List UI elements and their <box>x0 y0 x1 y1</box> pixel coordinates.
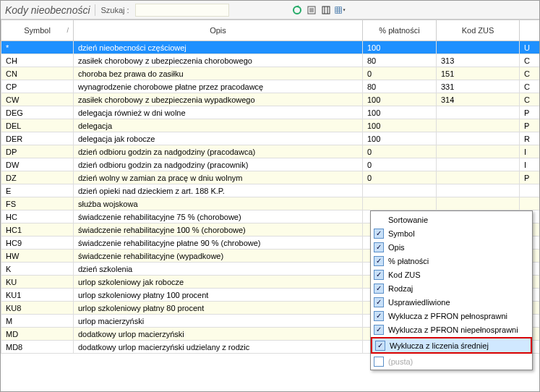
ctx-menu-label: Wyklucza z liczenia średniej <box>390 341 489 350</box>
cell-sym: K <box>1 263 74 276</box>
refresh-icon[interactable] <box>291 4 304 17</box>
ctx-menu-item[interactable]: ✓Usprawiedliwione <box>371 295 532 309</box>
ctx-menu-item[interactable]: ✓Kod ZUS <box>371 268 532 281</box>
table-header-row: Symbol/ Opis % płatności Kod ZUS <box>1 20 541 41</box>
cell-opis: urlop szkoleniowy płatny 80 procent <box>74 302 363 315</box>
ctx-menu-label: Rodzaj <box>388 284 413 293</box>
ctx-menu-item[interactable]: ✓Wyklucza z liczenia średniej <box>372 338 531 352</box>
ctx-menu-item[interactable]: ✓Rodzaj <box>371 281 532 295</box>
cell-opis: urlop macierzyński <box>74 315 363 328</box>
cell-ex: I <box>520 158 541 171</box>
cell-ex: C <box>520 80 541 93</box>
cell-opis: świadczenie rehabilitacyjne 100 % (choro… <box>74 223 363 237</box>
cell-sym: CN <box>1 67 74 80</box>
cell-sym: CH <box>1 54 74 67</box>
cell-sym: CP <box>1 80 74 93</box>
cell-plat: 0 <box>363 145 437 158</box>
cell-plat: 100 <box>363 93 437 106</box>
view-dropdown-icon[interactable] <box>334 4 347 17</box>
table-row[interactable]: Edzień opieki nad dzieckiem z art. 188 K… <box>1 184 541 197</box>
ctx-menu-item[interactable]: ✓Wyklucza z PFRON pełnosprawni <box>371 309 532 323</box>
cell-sym: DEL <box>1 119 74 132</box>
ctx-menu-item[interactable]: ✓% płatności <box>371 254 532 268</box>
cell-sym: HC <box>1 210 74 223</box>
checkbox-icon: ✓ <box>374 256 384 266</box>
table-row[interactable]: CHzasiłek chorobowy z ubezpieczenia chor… <box>1 54 541 67</box>
svg-rect-2 <box>322 7 330 14</box>
cell-zus: 151 <box>437 67 520 80</box>
cell-plat: 0 <box>363 158 437 171</box>
cell-plat: 80 <box>363 54 437 67</box>
cell-sym: DP <box>1 145 74 158</box>
cell-sym: DEG <box>1 106 74 119</box>
cell-sym: KU1 <box>1 289 74 302</box>
ctx-menu-item[interactable]: ✓Wyklucza z PFRON niepełnosprawni <box>371 323 532 336</box>
toolbar: Kody nieobecności Szukaj : <box>1 1 539 20</box>
table-row[interactable]: DPdzień odbioru godzin za nadgodziny (pr… <box>1 145 541 158</box>
cell-plat: 100 <box>363 132 437 145</box>
columns-icon[interactable] <box>320 4 333 17</box>
cell-ex: P <box>520 119 541 132</box>
table-row[interactable]: DZdzień wolny w zamian za pracę w dniu w… <box>1 171 541 184</box>
cell-zus <box>437 132 520 145</box>
ctx-menu-label: Symbol <box>388 229 415 238</box>
cell-sym: M <box>1 315 74 328</box>
col-header-zus[interactable]: Kod ZUS <box>437 20 520 41</box>
table-row[interactable]: DERdelegacja jak robocze100R <box>1 132 541 145</box>
checkbox-icon: ✓ <box>374 229 384 239</box>
col-header-platnosci[interactable]: % płatności <box>363 20 437 41</box>
cell-opis: delegacja jak robocze <box>74 132 363 145</box>
table-row[interactable]: CPwynagrodzenie chorobowe płatne przez p… <box>1 80 541 93</box>
cell-plat: 100 <box>363 119 437 132</box>
col-header-extra[interactable] <box>520 20 541 41</box>
cell-zus <box>437 145 520 158</box>
cell-sym: * <box>1 41 74 54</box>
checkbox-icon: ✓ <box>374 270 384 280</box>
table-row[interactable]: CWzasiłek chorobowy z ubezpieczenia wypa… <box>1 93 541 106</box>
cell-sym: HC9 <box>1 237 74 250</box>
cell-zus <box>437 106 520 119</box>
table-row[interactable]: DELdelegacja100P <box>1 119 541 132</box>
cell-ex <box>520 197 541 210</box>
checkbox-icon: ✓ <box>375 341 385 351</box>
table-row[interactable]: DWdzień odbioru godzin za nadgodziny (pr… <box>1 158 541 171</box>
search-input[interactable] <box>135 4 229 17</box>
tool1-icon[interactable] <box>305 4 318 17</box>
ctx-menu-item[interactable]: ✓Symbol <box>371 226 532 240</box>
cell-sym: FS <box>1 197 74 210</box>
ctx-menu-label: Wyklucza z PFRON pełnosprawni <box>388 312 507 320</box>
cell-ex: C <box>520 54 541 67</box>
sort-indicator-icon: / <box>67 27 69 34</box>
cell-sym: DW <box>1 158 74 171</box>
cell-zus: 331 <box>437 80 520 93</box>
col-header-symbol[interactable]: Symbol/ <box>1 20 74 41</box>
cell-ex: U <box>520 41 541 54</box>
cell-opis: świadczenie rehabilitacyjne (wypadkowe) <box>74 250 363 263</box>
cell-opis: dzień nieobecności częściowej <box>74 41 363 54</box>
cell-sym: MD8 <box>1 341 74 354</box>
cell-sym: CW <box>1 93 74 106</box>
cell-opis: dodatkowy urlop macierzyński <box>74 328 363 341</box>
cell-zus <box>437 197 520 210</box>
checkbox-icon: ✓ <box>374 242 384 252</box>
cell-sym: HW <box>1 250 74 263</box>
table-row[interactable]: CNchoroba bez prawa do zasiłku0151C <box>1 67 541 80</box>
page-title: Kody nieobecności <box>5 4 95 16</box>
cell-sym: DER <box>1 132 74 145</box>
checkbox-icon: ✓ <box>374 297 384 307</box>
ctx-menu-item: (pusta) <box>371 354 532 368</box>
svg-point-0 <box>293 7 301 14</box>
ctx-menu-item[interactable]: ✓Opis <box>371 240 532 254</box>
ctx-menu-item[interactable]: Sortowanie <box>371 213 532 226</box>
cell-zus <box>437 119 520 132</box>
table-row[interactable]: DEGdelegacja również w dni wolne100P <box>1 106 541 119</box>
table-row[interactable]: *dzień nieobecności częściowej100U <box>1 41 541 54</box>
ctx-menu-label: Sortowanie <box>388 216 428 224</box>
checkbox-icon <box>374 357 384 367</box>
cell-sym: KU <box>1 276 74 289</box>
cell-sym: E <box>1 184 74 197</box>
table-row[interactable]: FSsłużba wojskowa <box>1 197 541 210</box>
col-header-opis[interactable]: Opis <box>74 20 363 41</box>
cell-ex <box>520 184 541 197</box>
ctx-menu-label: % płatności <box>388 257 429 265</box>
